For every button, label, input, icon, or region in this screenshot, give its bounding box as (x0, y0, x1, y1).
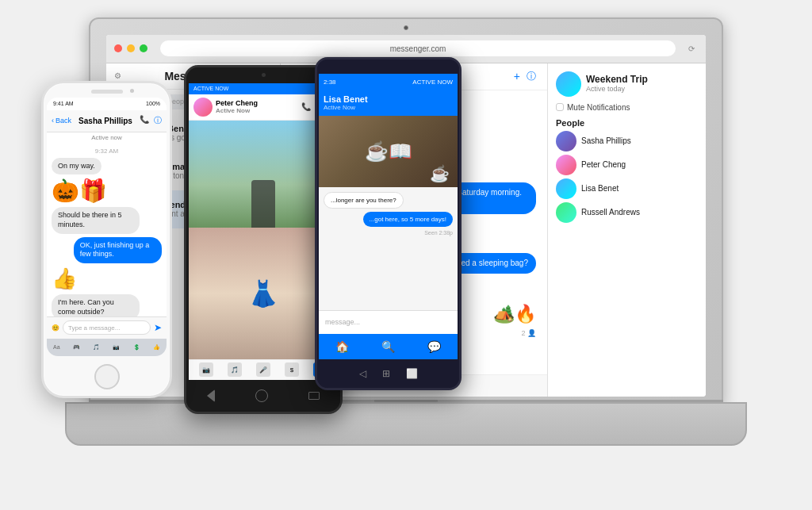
wp-chat-tab[interactable]: 💬 (427, 340, 441, 353)
coffee-emoji: ☕📖 (365, 140, 412, 163)
iphone-call-icon[interactable]: 📞 (140, 115, 149, 126)
iphone-chat-title: Sasha Phillips (75, 117, 136, 125)
iphone-msg-here: I'm here. Can you come outside? (52, 294, 162, 316)
android-contact-avatar (193, 98, 213, 117)
android-recent-btn[interactable] (308, 392, 320, 400)
wp-chat-status: Active Now (324, 104, 453, 111)
iphone-screen: 9:41 AM 100% ‹ Back Sasha Phillips 📞 ⓘ A… (47, 98, 167, 356)
iphone-msg-ok: OK, just finishing up a few things. (52, 237, 162, 263)
name-lisa: Lisa Benet (581, 184, 619, 193)
bubble-ok: OK, just finishing up a few things. (74, 237, 162, 263)
scene: messenger.com ⟳ ⚙ Messenger ✏ 🔍 (25, 17, 787, 493)
mute-label: Mute Notifications (567, 103, 630, 112)
right-active-status: Active today (586, 85, 648, 93)
android-call-icon[interactable]: 📞 (301, 102, 311, 111)
browser-min-btn[interactable] (127, 44, 135, 52)
people-label: People (556, 118, 698, 128)
iphone-input-placeholder: Type a message... (68, 324, 120, 332)
wp-photo-area: ☕📖 (319, 116, 458, 187)
iphone-content: 9:41 AM 100% ‹ Back Sasha Phillips 📞 ⓘ A… (47, 98, 167, 356)
iphone-info-icon[interactable]: ⓘ (154, 115, 162, 126)
info-icon[interactable]: ⓘ (527, 70, 536, 83)
person-russell: Russell Andrews (556, 202, 698, 223)
right-group-name: Weekend Trip (586, 74, 648, 85)
wp-time: 2:38 (324, 79, 336, 86)
kb-like[interactable]: 👍 (153, 344, 160, 351)
wp-search-icon[interactable]: ⬜ (406, 368, 418, 379)
wp-input-area[interactable]: message... (319, 310, 458, 334)
browser-url-bar[interactable]: messenger.com (160, 40, 676, 56)
iphone-battery: 100% (146, 101, 160, 106)
wp-seen-label: Seen 2:38p (424, 230, 453, 236)
wp-msg-me-1: ...got here, so 5 more days! (363, 212, 453, 227)
iphone-input-bar[interactable]: 😊 Type a message... ➤ (47, 316, 167, 339)
wp-status-bar: 2:38 ACTIVE NOW (319, 74, 458, 91)
wp-coffee-photo: ☕📖 (319, 116, 458, 187)
android-active-text: ACTIVE NOW (193, 86, 228, 91)
iphone-messages-area: 9:32 AM On my way. 🎃🎁 Should be there in… (47, 143, 167, 316)
android-back-btn[interactable] (207, 389, 215, 402)
chat-header-actions: + ⓘ (514, 70, 536, 83)
iphone-send-icon[interactable]: ➤ (154, 322, 162, 333)
wp-windows-icon[interactable]: ⊞ (382, 368, 390, 379)
iphone-msg-5-min: Should be there in 5 minutes. (52, 207, 162, 233)
wp-active-text: ACTIVE NOW (412, 79, 453, 86)
iphone-speaker (91, 90, 123, 94)
mute-checkbox[interactable] (556, 103, 564, 111)
iphone-status-bar: 9:41 AM 100% (47, 98, 167, 110)
chevron-left-icon: ‹ (52, 117, 54, 125)
msg-count-badge: 2 👤 (521, 329, 536, 337)
browser-max-btn[interactable] (140, 44, 147, 52)
android-music-tool[interactable]: 🎵 (228, 362, 242, 377)
wp-bottom-tabs[interactable]: 🏠 🔍 💬 (319, 334, 458, 359)
android-mic-tool[interactable]: 🎤 (256, 362, 270, 377)
web-right-panel: Weekend Trip Active today Mute Notificat… (547, 63, 706, 397)
avatar-peter-right (556, 155, 576, 175)
person-lisa-right: Lisa Benet (556, 178, 698, 199)
iphone-back-btn[interactable]: ‹ Back (52, 117, 71, 125)
wp-messages-area: ...longer are you there? ...got here, so… (319, 187, 458, 310)
android-home-btn[interactable] (255, 389, 268, 402)
laptop-base (65, 402, 747, 446)
wp-content: 2:38 ACTIVE NOW Lisa Benet Active Now ☕📖… (319, 74, 458, 359)
wp-back-icon[interactable]: ◁ (359, 368, 366, 379)
kb-dollar[interactable]: 💲 (133, 344, 140, 351)
iphone-camera (130, 89, 134, 93)
kb-camera[interactable]: 📷 (113, 344, 120, 351)
kb-aa[interactable]: Aa (53, 344, 60, 350)
bubble-5-min: Should be there in 5 minutes. (52, 207, 140, 233)
sticker-campfire: 🏕️🔥 (493, 304, 536, 324)
android-camera (262, 73, 266, 77)
kb-music[interactable]: 🎵 (93, 344, 100, 351)
iphone-msg-on-my-way: On my way. (52, 158, 162, 175)
iphone-nav-icons: 📞 ⓘ (140, 115, 162, 126)
kb-game[interactable]: 🎮 (73, 344, 80, 351)
iphone-time: 9:41 AM (53, 101, 74, 106)
bubble-on-my-way: On my way. (52, 158, 102, 175)
windows-phone: 2:38 ACTIVE NOW Lisa Benet Active Now ☕📖… (315, 57, 462, 390)
iphone-sticker: 🎃🎁 (52, 178, 107, 204)
iphone-sticker-row: 🎃🎁 (52, 178, 162, 204)
name-sasha: Sasha Phillips (581, 136, 631, 145)
wp-search-tab[interactable]: 🔍 (381, 340, 395, 353)
iphone-keyboard-bar: Aa 🎮 🎵 📷 💲 👍 (47, 339, 167, 356)
wp-chat-header: Lisa Benet Active Now (319, 91, 458, 116)
browser-close-btn[interactable] (114, 44, 122, 52)
right-panel-header: Weekend Trip Active today (556, 71, 698, 100)
add-icon[interactable]: + (514, 70, 520, 83)
settings-icon[interactable]: ⚙ (114, 71, 121, 80)
iphone: 9:41 AM 100% ‹ Back Sasha Phillips 📞 ⓘ A… (41, 81, 172, 398)
iphone-home-button[interactable] (94, 364, 120, 389)
person-sasha: Sasha Phillips (556, 131, 698, 151)
wp-top-bar (317, 59, 459, 74)
avatar-russell-right (556, 202, 576, 223)
mute-row[interactable]: Mute Notifications (556, 103, 698, 112)
android-photo-tool[interactable]: 📷 (199, 362, 213, 377)
wp-home-tab[interactable]: 🏠 (335, 340, 349, 353)
iphone-emoji-btn[interactable]: 😊 (52, 324, 59, 332)
name-russell: Russell Andrews (581, 208, 640, 217)
android-dollar-tool[interactable]: $ (285, 362, 299, 377)
browser-reload-icon[interactable]: ⟳ (688, 44, 695, 53)
thumbs-up-sticker: 👍 (52, 267, 77, 291)
iphone-input-box[interactable]: Type a message... (63, 320, 151, 335)
